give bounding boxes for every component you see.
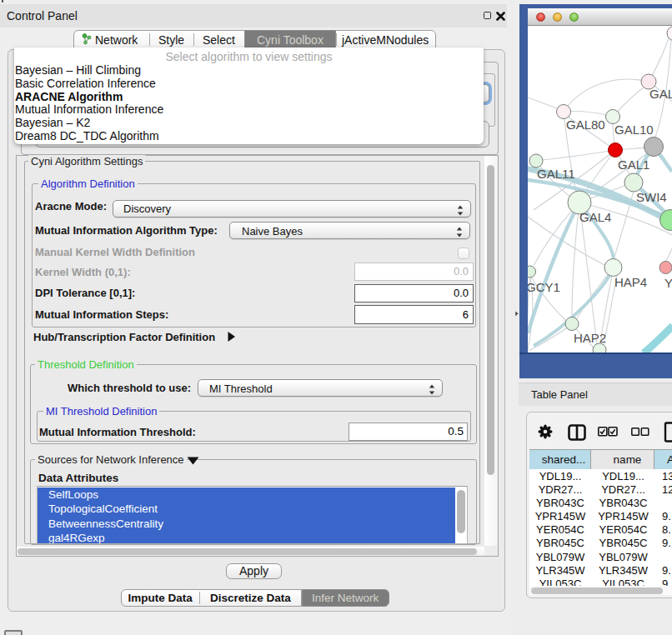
- svg-text:SWI4: SWI4: [636, 190, 667, 204]
- svg-text:YD: YD: [664, 276, 672, 290]
- svg-text:GAL80: GAL80: [566, 118, 605, 132]
- svg-text:GAL4: GAL4: [579, 210, 611, 224]
- svg-text:GAL10: GAL10: [614, 122, 654, 137]
- svg-text:GAL7: GAL7: [649, 87, 672, 101]
- svg-text:GAL1: GAL1: [618, 158, 649, 172]
- svg-text:HAP4: HAP4: [614, 275, 647, 289]
- svg-text:HAP2: HAP2: [574, 331, 606, 345]
- svg-text:GCY1: GCY1: [528, 280, 560, 294]
- svg-text:GAL11: GAL11: [537, 167, 575, 181]
